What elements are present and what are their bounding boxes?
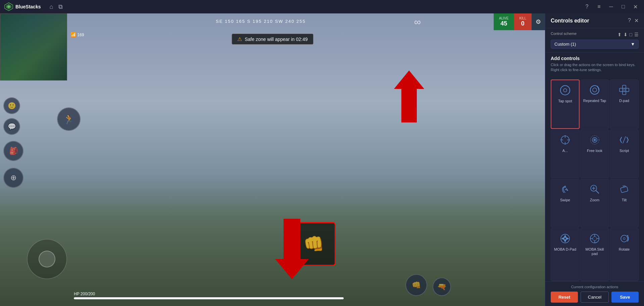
repeated-tap-icon [588,83,601,97]
zoom-label: Zoom [590,198,599,202]
minimize-button[interactable]: ─ [606,2,616,11]
tilt-label: Tilt [622,198,627,202]
combat-button-2[interactable]: 🔫 [433,277,451,296]
control-free-look[interactable]: Free look [580,130,609,178]
game-settings-button[interactable]: ⚙ [532,13,545,30]
aim-svg [559,134,571,146]
control-moba-skill[interactable]: MOBA Skill pad [580,228,609,281]
rotate-icon [617,232,631,245]
hp-bar-area: HP 200/200 [74,292,344,299]
rotate-label: Rotate [619,247,630,252]
scheme-upload-icon[interactable]: ⬆ [617,32,622,37]
moba-dpad-label: MOBA D-Pad [554,247,576,252]
tap-spot-svg [559,84,571,96]
reset-button[interactable]: Reset [551,292,578,303]
svg-marker-31 [566,238,568,240]
panel-footer: Current configuration actions Reset Canc… [545,281,644,306]
scheme-action-icons: ⬆ ⬇ □ ☰ [617,32,639,37]
svg-line-20 [596,191,599,193]
control-repeated-tap[interactable]: Repeated Tap [580,80,609,129]
multi-icon[interactable]: ⧉ [58,3,63,10]
control-rotate[interactable]: Rotate [610,228,639,281]
scheme-dropdown[interactable]: Custom (1) ▼ [551,40,639,49]
dpad-label: D-pad [619,99,629,103]
compass-bar: SE 150 165 S 195 210 SW 240 255 [70,16,451,26]
aim-icon [558,133,572,147]
svg-point-4 [563,89,567,92]
control-script[interactable]: Script [610,130,639,178]
control-tap-spot[interactable]: Tap spot [551,80,580,129]
alive-value: 45 [500,20,507,27]
scheme-save-icon[interactable]: □ [630,32,632,37]
control-zoom[interactable]: Zoom [580,179,609,227]
scheme-chevron-icon: ▼ [631,42,635,47]
control-tilt[interactable]: Tilt [610,179,639,227]
control-scheme-section: Control scheme ⬆ ⬇ □ ☰ Custom (1) ▼ [545,28,644,52]
main-content: 📶 169 SE 150 165 S 195 210 SW 240 255 AL… [0,13,644,306]
free-look-icon [588,133,601,147]
moba-skill-icon [588,232,601,245]
control-aim[interactable]: A... [551,130,580,178]
run-button[interactable]: 🏃 [57,107,81,131]
script-label: Script [620,149,629,153]
joystick[interactable] [27,239,67,279]
add-controls-section: Add controls Click or drag the actions o… [545,52,644,80]
left-hud-buttons: 🙂 💬 [3,97,20,135]
zoom-svg [589,183,601,195]
rotate-svg [618,233,630,245]
close-button[interactable]: ✕ [631,2,640,11]
dpad-icon [617,83,631,97]
svg-point-40 [623,238,625,240]
hp-bar-fill [74,297,344,299]
panel-help-icon[interactable]: ? [628,17,631,24]
minimap [0,13,67,81]
combat-button-1[interactable]: 👊 [405,274,427,296]
kill-value: 0 [521,20,525,27]
control-dpad[interactable]: D-pad [610,80,639,129]
safe-zone-warning: ⚠ Safe zone will appear in 02:49 [232,34,313,45]
infinity-icon: ∞ [414,17,421,28]
game-background [0,13,545,306]
scheme-download-icon[interactable]: ⬇ [624,32,628,37]
menu-button[interactable]: ≡ [594,2,604,11]
control-moba-dpad[interactable]: MOBA D-Pad [551,228,580,281]
emote-button[interactable]: 🙂 [3,97,20,114]
warning-icon: ⚠ [237,36,242,42]
title-bar-nav-icons: ⌂ ⧉ [49,3,63,10]
alive-indicator: ALIVE 45 [494,13,514,30]
script-icon [617,133,631,147]
controls-editor-panel: Controls editor ? ✕ Control scheme ⬆ ⬇ □… [545,13,644,306]
add-controls-title: Add controls [551,56,639,61]
svg-point-6 [593,88,597,92]
scheme-value: Custom (1) [554,42,576,47]
svg-marker-30 [562,238,564,240]
backpack-button[interactable]: 🎒 [3,141,23,161]
free-look-svg [589,134,601,146]
control-swipe[interactable]: Swipe [551,179,580,227]
home-icon[interactable]: ⌂ [49,3,53,10]
compass-text: SE 150 165 S 195 210 SW 240 255 [216,19,306,24]
moba-skill-svg [589,233,601,245]
panel-close-icon[interactable]: ✕ [634,17,639,24]
chat-button[interactable]: 💬 [3,118,20,135]
health-button[interactable]: ⊕ [3,168,23,188]
save-button[interactable]: Save [611,292,639,303]
maximize-button[interactable]: □ [618,2,628,11]
bluestacks-logo-icon [4,2,13,11]
repeated-tap-label: Repeated Tap [583,99,606,103]
cancel-button[interactable]: Cancel [581,292,608,303]
kill-indicator: KILL 0 [514,13,532,30]
scheme-menu-icon[interactable]: ☰ [634,32,639,37]
wifi-indicator: 📶 169 [70,32,84,37]
zoom-icon [588,183,601,196]
svg-marker-29 [564,240,566,242]
aim-label: A... [562,149,568,153]
app-name: BlueStacks [15,4,41,9]
controls-grid: Tap spot Repeated Tap [545,80,644,281]
script-svg [618,134,630,146]
help-button[interactable]: ? [582,2,592,11]
tilt-svg [618,183,630,195]
hp-bar-background [74,297,344,299]
scheme-label: Control scheme [551,32,577,36]
svg-point-3 [560,86,570,95]
